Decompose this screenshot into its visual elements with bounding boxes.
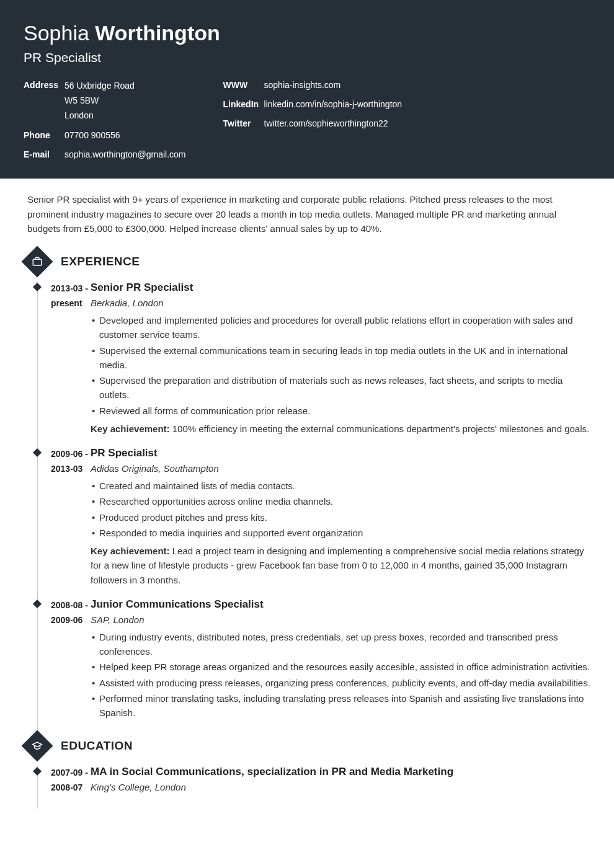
entry-bullets: During industry events, distributed note… — [91, 630, 590, 720]
list-item: Produced product pitches and press kits. — [91, 510, 590, 525]
list-item: Helped keep PR storage areas organized a… — [91, 660, 590, 674]
key-achievement: Key achievement: 100% efficiency in meet… — [91, 422, 590, 436]
full-name: Sophia Worthington — [24, 21, 590, 45]
contact-label: Address — [24, 79, 65, 123]
list-item: Supervised the preparation and distribut… — [91, 373, 590, 402]
contact-grid: Address56 Uxbridge RoadW5 5BWLondonPhone… — [24, 79, 590, 161]
contact-column-right: WWWsophia-insights.comLinkedInlinkedin.c… — [223, 79, 403, 161]
contact-value: twitter.com/sophieworthington22 — [264, 117, 388, 130]
briefcase-icon — [22, 246, 53, 278]
timeline-entry: 2008-08 - 2009-06Junior Communications S… — [37, 598, 590, 735]
list-item: Performed minor translating tasks, inclu… — [91, 691, 590, 720]
entry-title: Senior PR Specialist — [91, 281, 590, 294]
contact-label: WWW — [223, 79, 264, 92]
svg-rect-0 — [33, 259, 42, 265]
list-item: During industry events, distributed note… — [91, 630, 590, 659]
entry-bullets: Developed and implemented policies and p… — [91, 313, 590, 418]
entry-title: PR Specialist — [91, 447, 590, 459]
entry-body: Junior Communications SpecialistSAP, Lon… — [91, 598, 590, 724]
contact-row: Phone07700 900556 — [24, 129, 186, 142]
entry-title: MA in Social Communications, specializat… — [91, 766, 590, 778]
contact-value: linkedin.com/in/sophia-j-worthington — [264, 98, 403, 111]
entry-date: 2008-08 - 2009-06 — [37, 598, 91, 724]
entry-date: 2007-09 - 2008-07 — [37, 766, 91, 797]
resume-body: Senior PR specialist with 9+ years of ex… — [0, 179, 614, 827]
contact-value: 56 Uxbridge RoadW5 5BWLondon — [65, 79, 135, 123]
contact-row: Twittertwitter.com/sophieworthington22 — [223, 117, 403, 130]
entry-body: MA in Social Communications, specializat… — [91, 766, 590, 797]
contact-row: WWWsophia-insights.com — [223, 79, 403, 92]
graduation-cap-icon — [22, 730, 53, 762]
experience-title: EXPERIENCE — [61, 255, 140, 268]
last-name: Worthington — [95, 21, 220, 45]
entry-body: Senior PR SpecialistBerkadia, LondonDeve… — [91, 281, 590, 436]
contact-label: LinkedIn — [223, 98, 264, 111]
entry-title: Junior Communications Specialist — [91, 598, 590, 611]
contact-value: sophia-insights.com — [264, 79, 341, 92]
education-title: EDUCATION — [61, 739, 133, 753]
list-item: Assisted with producing press releases, … — [91, 676, 590, 690]
entry-bullets: Created and maintained lists of media co… — [91, 479, 590, 540]
entry-subtitle: King's College, London — [91, 782, 590, 792]
resume-header: Sophia Worthington PR Specialist Address… — [0, 0, 614, 179]
list-item: Created and maintained lists of media co… — [91, 479, 590, 493]
timeline-entry: 2013-03 - presentSenior PR SpecialistBer… — [37, 281, 590, 447]
contact-value: sophia.worthington@gmail.com — [65, 148, 186, 161]
entry-date: 2009-06 - 2013-03 — [37, 447, 91, 587]
list-item: Researched opportunities across online m… — [91, 494, 590, 508]
contact-row: E-mailsophia.worthington@gmail.com — [24, 148, 186, 161]
entry-subtitle: Adidas Originals, Southampton — [91, 463, 590, 474]
list-item: Reviewed all forms of communication prio… — [91, 404, 590, 418]
entry-subtitle: SAP, London — [91, 614, 590, 625]
job-title: PR Specialist — [24, 50, 590, 65]
list-item: Responded to media inquiries and support… — [91, 526, 590, 540]
first-name: Sophia — [24, 21, 89, 45]
key-achievement: Key achievement: Lead a project team in … — [91, 544, 590, 587]
section-header: EXPERIENCE — [27, 250, 590, 273]
key-achievement-text: 100% efficiency in meeting the external … — [170, 423, 590, 434]
education-section: EDUCATION 2007-09 - 2008-07MA in Social … — [27, 735, 590, 808]
contact-label: E-mail — [24, 148, 65, 161]
education-timeline: 2007-09 - 2008-07MA in Social Communicat… — [37, 766, 590, 808]
summary-text: Senior PR specialist with 9+ years of ex… — [27, 192, 590, 236]
contact-label: Phone — [24, 129, 65, 142]
contact-column-left: Address56 Uxbridge RoadW5 5BWLondonPhone… — [24, 79, 186, 161]
entry-date: 2013-03 - present — [37, 281, 91, 436]
entry-subtitle: Berkadia, London — [91, 298, 590, 308]
entry-body: PR SpecialistAdidas Originals, Southampt… — [91, 447, 590, 587]
timeline-entry: 2007-09 - 2008-07MA in Social Communicat… — [37, 766, 590, 808]
timeline-entry: 2009-06 - 2013-03PR SpecialistAdidas Ori… — [37, 447, 590, 598]
experience-timeline: 2013-03 - presentSenior PR SpecialistBer… — [37, 281, 590, 735]
contact-label: Twitter — [223, 117, 264, 130]
contact-value: 07700 900556 — [65, 129, 120, 142]
contact-row: Address56 Uxbridge RoadW5 5BWLondon — [24, 79, 186, 123]
key-achievement-label: Key achievement: — [91, 423, 170, 434]
section-header: EDUCATION — [27, 735, 590, 757]
list-item: Developed and implemented policies and p… — [91, 313, 590, 342]
experience-section: EXPERIENCE 2013-03 - presentSenior PR Sp… — [27, 250, 590, 735]
list-item: Supervised the external communications t… — [91, 343, 590, 373]
contact-row: LinkedInlinkedin.com/in/sophia-j-worthin… — [223, 98, 403, 111]
key-achievement-label: Key achievement: — [91, 546, 170, 556]
